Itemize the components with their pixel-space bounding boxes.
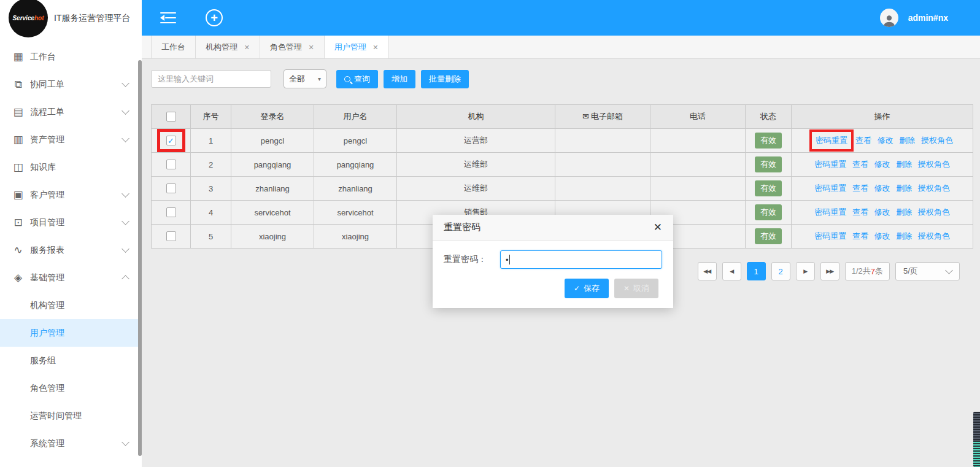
save-button-label: 保存 bbox=[584, 283, 600, 294]
sidebar-item-service-group[interactable]: 服务组 bbox=[0, 347, 142, 374]
cell-org: 运营部 bbox=[397, 129, 555, 153]
batch-delete-button[interactable]: 批量删除 bbox=[421, 70, 469, 88]
edit-link[interactable]: 修改 bbox=[878, 136, 893, 145]
sidebar-item-base-mgmt[interactable]: ◈ 基础管理 bbox=[0, 264, 142, 291]
view-link[interactable]: 查看 bbox=[852, 160, 868, 169]
search-input[interactable] bbox=[151, 70, 271, 88]
sidebar-item-customer-mgmt[interactable]: ▣ 客户管理 bbox=[0, 181, 142, 209]
toolbar: 全部 ▾ 查询 增加 批量删除 bbox=[151, 69, 980, 88]
view-link[interactable]: 查看 bbox=[852, 183, 868, 193]
row-checkbox[interactable] bbox=[166, 183, 176, 193]
tab-close-icon[interactable]: ✕ bbox=[308, 44, 314, 51]
tab-label: 工作台 bbox=[161, 42, 185, 52]
modal-close-icon[interactable]: ✕ bbox=[654, 221, 662, 234]
row-checkbox[interactable] bbox=[166, 231, 176, 241]
tab-label: 用户管理 bbox=[334, 42, 366, 52]
password-reset-link[interactable]: 密码重置 bbox=[814, 160, 846, 169]
sidebar-item-system-mgmt[interactable]: 系统管理 bbox=[0, 430, 142, 457]
sidebar-collapse-icon[interactable] bbox=[160, 12, 176, 23]
sidebar-item-project-mgmt[interactable]: ⊡ 项目管理 bbox=[0, 209, 142, 236]
tab-org-mgmt[interactable]: 机构管理 ✕ bbox=[196, 36, 260, 58]
view-link[interactable]: 查看 bbox=[855, 136, 871, 145]
cancel-button[interactable]: ✕ 取消 bbox=[614, 279, 658, 298]
status-badge: 有效 bbox=[755, 204, 782, 220]
edit-link[interactable]: 修改 bbox=[874, 231, 890, 241]
sidebar-item-workbench[interactable]: ▦ 工作台 bbox=[0, 43, 142, 71]
sidebar-item-user-mgmt[interactable]: 用户管理 bbox=[0, 319, 142, 347]
header-actions: 操作 bbox=[792, 105, 973, 129]
delete-link[interactable]: 删除 bbox=[896, 183, 912, 193]
tab-role-mgmt[interactable]: 角色管理 ✕ bbox=[260, 36, 325, 58]
caret-down-icon: ▾ bbox=[318, 75, 321, 82]
delete-link[interactable]: 删除 bbox=[899, 136, 915, 145]
app-title: IT服务运营管理平台 bbox=[54, 0, 130, 36]
sidebar-item-service-reports[interactable]: ∿ 服务报表 bbox=[0, 236, 142, 264]
reset-password-modal: 重置密码 ✕ 重置密码： • ✓ 保存 ✕ 取消 bbox=[433, 215, 673, 308]
add-new-icon[interactable]: + bbox=[206, 9, 223, 26]
query-button[interactable]: 查询 bbox=[336, 70, 378, 88]
sidebar-item-label: 系统管理 bbox=[30, 438, 123, 449]
first-page-button[interactable]: ◀◀ bbox=[698, 262, 717, 280]
cell-username: pangqiang bbox=[314, 153, 397, 177]
chevron-down-icon bbox=[122, 438, 129, 446]
user-avatar[interactable] bbox=[880, 9, 898, 27]
username-label: admin#nx bbox=[908, 13, 948, 23]
add-button[interactable]: 增加 bbox=[384, 70, 415, 88]
cell-username: servicehot bbox=[314, 201, 397, 225]
sidebar-item-org-mgmt[interactable]: 机构管理 bbox=[0, 291, 142, 319]
authorize-role-link[interactable]: 授权角色 bbox=[918, 160, 950, 169]
table-row: 3 zhanliang zhanliang 运维部 有效 密码重置 查看 修改 … bbox=[152, 177, 973, 201]
delete-link[interactable]: 删除 bbox=[896, 160, 912, 169]
sidebar-item-asset-mgmt[interactable]: ▥ 资产管理 bbox=[0, 126, 142, 153]
user-zone[interactable]: admin#nx bbox=[880, 9, 948, 27]
filter-dropdown[interactable]: 全部 ▾ bbox=[284, 69, 326, 88]
authorize-role-link[interactable]: 授权角色 bbox=[918, 207, 950, 217]
sidebar-item-role-mgmt[interactable]: 角色管理 bbox=[0, 374, 142, 402]
select-all-checkbox[interactable] bbox=[166, 112, 176, 122]
authorize-role-link[interactable]: 授权角色 bbox=[921, 136, 953, 145]
row-checkbox-checked[interactable]: ✓ bbox=[166, 136, 176, 145]
view-link[interactable]: 查看 bbox=[852, 231, 868, 241]
tab-user-mgmt[interactable]: 用户管理 ✕ bbox=[325, 36, 389, 58]
next-page-button[interactable]: ▶ bbox=[796, 262, 815, 280]
tab-close-icon[interactable]: ✕ bbox=[372, 44, 378, 51]
view-link[interactable]: 查看 bbox=[852, 207, 868, 217]
authorize-role-link[interactable]: 授权角色 bbox=[918, 231, 950, 241]
password-reset-link[interactable]: 密码重置 bbox=[816, 136, 847, 145]
sidebar-item-label: 用户管理 bbox=[30, 328, 133, 339]
save-button[interactable]: ✓ 保存 bbox=[565, 279, 609, 298]
authorize-role-link[interactable]: 授权角色 bbox=[918, 183, 950, 193]
page-button-2[interactable]: 2 bbox=[771, 262, 790, 280]
edit-link[interactable]: 修改 bbox=[874, 207, 890, 217]
row-checkbox[interactable] bbox=[166, 160, 176, 169]
delete-link[interactable]: 删除 bbox=[896, 207, 912, 217]
cell-login: xiaojing bbox=[231, 225, 314, 249]
sidebar-item-process-orders[interactable]: ▤ 流程工单 bbox=[0, 98, 142, 126]
password-reset-link[interactable]: 密码重置 bbox=[814, 231, 846, 241]
sidebar-item-label: 服务组 bbox=[30, 355, 133, 366]
sidebar-item-label: 客户管理 bbox=[30, 190, 123, 201]
delete-link[interactable]: 删除 bbox=[896, 231, 912, 241]
last-page-button[interactable]: ▶▶ bbox=[820, 262, 839, 280]
tab-workbench[interactable]: 工作台 bbox=[151, 36, 196, 58]
project-doc-icon: ⊡ bbox=[12, 216, 24, 229]
page-button-1[interactable]: 1 bbox=[747, 262, 766, 280]
header-status: 状态 bbox=[746, 105, 792, 129]
password-reset-link[interactable]: 密码重置 bbox=[814, 207, 846, 217]
sidebar-item-operating-time-mgmt[interactable]: 运营时间管理 bbox=[0, 402, 142, 430]
page-size-dropdown[interactable]: 5/页 bbox=[895, 262, 960, 280]
edit-link[interactable]: 修改 bbox=[874, 183, 890, 193]
tab-close-icon[interactable]: ✕ bbox=[244, 44, 250, 51]
prev-page-button[interactable]: ◀ bbox=[722, 262, 741, 280]
password-reset-link[interactable]: 密码重置 bbox=[814, 183, 846, 193]
sidebar-item-knowledge-base[interactable]: ◫ 知识库 bbox=[0, 153, 142, 181]
edit-link[interactable]: 修改 bbox=[874, 160, 890, 169]
row-checkbox[interactable] bbox=[166, 207, 176, 217]
sidebar-item-collab-orders[interactable]: ⧉ 协同工单 bbox=[0, 71, 142, 98]
header-org: 机构 bbox=[397, 105, 555, 129]
cell-phone bbox=[650, 129, 746, 153]
workbench-grid-icon: ▦ bbox=[12, 50, 24, 63]
chevron-down-icon bbox=[122, 134, 129, 142]
report-chart-icon: ∿ bbox=[12, 244, 24, 257]
reset-password-input[interactable]: • bbox=[500, 250, 662, 269]
